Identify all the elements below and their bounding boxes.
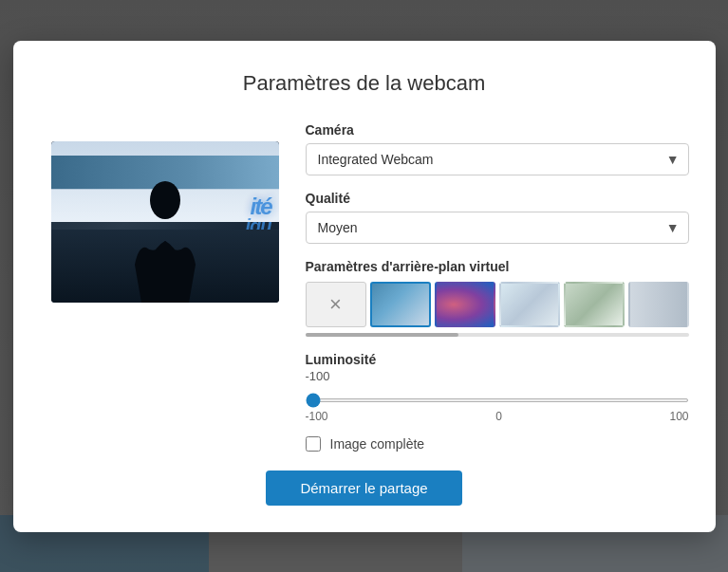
bg-thumb-building-day[interactable] (370, 282, 431, 327)
full-image-checkbox[interactable] (306, 436, 321, 452)
bg-thumbnails-scrollbar[interactable] (306, 333, 689, 337)
camera-select-wrapper: Integrated Webcam ▼ (306, 143, 689, 175)
svg-point-0 (150, 181, 180, 219)
quality-select[interactable]: FaibleMoyenÉlevée (306, 212, 689, 244)
quality-select-wrapper: FaibleMoyenÉlevée ▼ (306, 212, 689, 244)
virtual-bg-group: Paramètres d'arrière-plan virtuel × (306, 259, 689, 337)
webcam-settings-modal: Paramètres de la webcam ité iqu (13, 41, 716, 532)
bg-thumb-none[interactable]: × (306, 282, 366, 327)
camera-label: Caméra (306, 122, 689, 138)
brightness-label: Luminosité (306, 352, 377, 367)
bg-thumb-pattern-light[interactable] (499, 282, 560, 327)
modal-title: Paramètres de la webcam (51, 71, 678, 96)
brightness-value: -100 (306, 369, 689, 383)
bg-thumbnails-scrollbar-thumb (306, 333, 459, 337)
brightness-slider-wrapper (306, 389, 689, 406)
start-sharing-button[interactable]: Démarrer le partage (266, 471, 461, 506)
slider-tick-max: 100 (669, 410, 688, 423)
camera-field-group: Caméra Integrated Webcam ▼ (306, 122, 689, 175)
full-image-row: Image complète (306, 436, 689, 452)
quality-field-group: Qualité FaibleMoyenÉlevée ▼ (306, 191, 689, 244)
slider-tick-mid: 0 (495, 410, 502, 423)
full-image-label: Image complète (330, 436, 425, 452)
settings-panel: Caméra Integrated Webcam ▼ Qualité Faibl… (306, 122, 689, 471)
camera-select[interactable]: Integrated Webcam (306, 143, 689, 175)
brightness-section: Luminosité -100 -100 0 100 (306, 352, 689, 423)
slider-tick-min: -100 (306, 410, 328, 423)
virtual-bg-label: Paramètres d'arrière-plan virtuel (306, 259, 689, 274)
quality-label: Qualité (306, 191, 689, 206)
bg-thumbnails-list: × (306, 282, 689, 331)
bg-thumb-gradient-pink[interactable] (435, 282, 495, 327)
bg-thumb-outdoor[interactable] (628, 282, 689, 327)
brightness-slider[interactable] (306, 398, 689, 402)
webcam-preview: ité iqu (51, 141, 279, 303)
bg-thumb-building-grey[interactable] (564, 282, 625, 327)
